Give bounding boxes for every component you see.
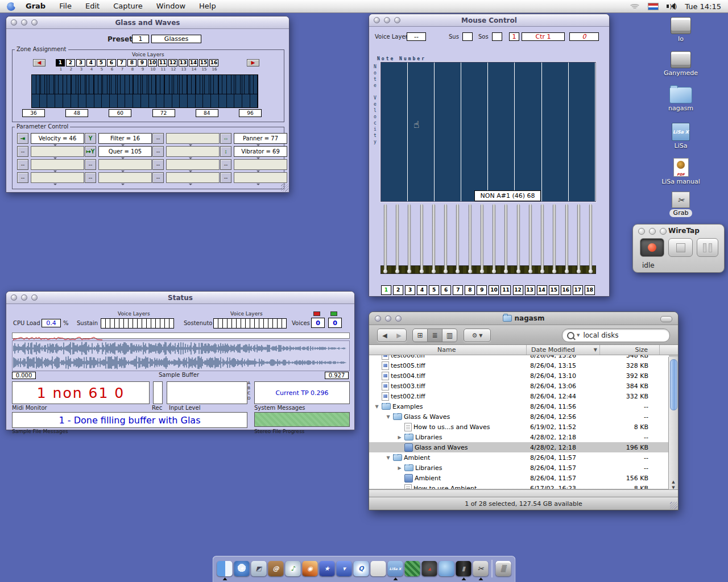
back-forward-buttons[interactable]: ◀ ▶ [377,329,407,342]
empty-slot-icon[interactable]: -- [220,159,231,170]
zoom-button[interactable] [31,19,38,26]
apple-menu-icon[interactable] [7,2,15,11]
filter-icon[interactable]: Y [85,133,96,144]
search-field[interactable]: ▼ [562,329,670,342]
disclosure-open-icon[interactable]: ▼ [374,404,380,409]
minimize-button[interactable] [21,19,27,26]
vibrato-icon[interactable]: ↕ [220,146,231,157]
param-field[interactable]: Filter = 16 [98,133,152,144]
table-row[interactable]: How to us...s and Waves6/19/02, 11:528 K… [369,422,669,432]
dock-item-lisa[interactable]: LiSa X [388,561,403,576]
mouse-titlebar[interactable]: Mouse Control [369,14,609,27]
desktop-icon-ganymede[interactable]: Ganymede [657,51,705,77]
param-field[interactable] [166,159,220,170]
voice-layer-button-14[interactable]: 14 [189,59,198,66]
voice-layer-button-4[interactable]: 4 [86,59,96,66]
empty-slot-icon[interactable]: -- [17,146,28,157]
zoom-button[interactable] [394,17,400,23]
controller-name-field[interactable]: Ctr 1 [522,32,565,41]
volume-icon[interactable]: ))) [667,3,677,10]
table-row[interactable]: test003.tiff8/26/04, 13:06384 KB [369,381,669,391]
voice-layer-button-15[interactable]: 15 [199,59,208,66]
dock-item-compass[interactable]: ▴ [422,561,437,576]
menu-help[interactable]: Help [192,0,223,13]
empty-slot-icon[interactable]: -- [152,146,164,157]
list-view-button[interactable]: ≣ [428,329,442,342]
dock-item-itunes[interactable]: ♪ [286,561,301,576]
voice-layer-button-13[interactable]: 13 [179,59,188,66]
stop-button[interactable] [668,238,693,257]
dock-item-trash[interactable]: ▒ [496,561,511,576]
vertical-slider-9[interactable] [481,204,483,271]
vertical-slider-12[interactable] [517,204,520,271]
param-field[interactable] [166,146,220,157]
voice-layer-button-1[interactable]: 1 [56,59,65,66]
voice-layer-button-10[interactable]: 10 [148,59,157,66]
glass-titlebar[interactable]: Glass and Waves [6,16,289,29]
vertical-slider-2[interactable] [396,204,399,271]
dock-item-wiretap[interactable]: ▮ [456,561,471,576]
vertical-slider-14[interactable] [541,204,544,271]
column-header-date[interactable]: Date Modified ▼ [527,345,600,355]
keyboard-zone-display[interactable] [31,74,258,108]
resize-grip[interactable] [670,502,677,509]
back-icon[interactable]: ◀ [378,332,392,339]
close-button[interactable] [11,294,17,301]
empty-slot-icon[interactable]: -- [152,172,164,183]
panner-icon[interactable]: ⇔ [220,133,231,144]
resize-grip[interactable] [281,184,288,192]
empty-slot-icon[interactable]: -- [85,172,96,183]
voice-layer-button-8[interactable]: 8 [127,59,136,66]
disclosure-open-icon[interactable]: ▼ [385,414,391,419]
column-header-name[interactable]: Name [369,345,527,355]
vertical-slider-8[interactable] [469,204,471,271]
menu-capture[interactable]: Capture [106,0,150,13]
table-row[interactable]: ▶Libraries4/28/02, 12:18-- [369,432,669,442]
voice-layer-button-12[interactable]: 12 [168,59,177,66]
zone-right-arrow-button[interactable]: ▶ [247,59,259,66]
close-button[interactable] [638,228,645,235]
vertical-slider-1[interactable] [384,204,387,271]
controller-value-field[interactable]: 0 [569,32,599,41]
param-dropdown-icon[interactable] [257,184,260,187]
dock-item-system[interactable] [371,561,386,576]
zone-left-arrow-button[interactable]: ◀ [33,59,46,66]
minimize-button[interactable] [21,294,27,301]
voice-layer-button-3[interactable]: 3 [76,59,85,66]
param-field[interactable] [31,172,84,183]
velocity-icon[interactable]: ⇥ [17,133,28,144]
dock-item-iphoto[interactable]: ◉ [303,561,318,576]
table-row[interactable]: Ambient8/26/04, 11:57156 KB [369,473,669,483]
disclosure-closed-icon[interactable]: ▶ [396,435,403,440]
empty-slot-icon[interactable]: -- [152,133,164,144]
dock-item-toast[interactable] [439,561,454,576]
dock-item-safari[interactable]: ✦ [234,561,250,576]
vertical-slider-16[interactable] [565,204,568,271]
zoom-button[interactable] [660,228,667,235]
dock-item-quicktime[interactable]: Q [354,561,369,576]
menu-edit[interactable]: Edit [78,0,106,13]
vertical-slider-17[interactable] [577,204,580,271]
table-row[interactable]: ▼Examples8/26/04, 11:56-- [369,401,669,411]
voice-layer-field[interactable]: -- [407,32,426,41]
param-field[interactable] [234,159,287,170]
vertical-slider-13[interactable] [529,204,532,271]
dock-item-aquarium[interactable] [405,561,420,576]
param-field[interactable] [234,172,287,183]
empty-slot-icon[interactable]: -- [85,159,96,170]
param-field[interactable]: Quer = 105 [98,146,152,157]
toolbar-toggle-button[interactable] [660,316,672,322]
vertical-slider-18[interactable] [589,204,592,271]
empty-slot-icon[interactable]: -- [17,172,28,183]
close-button[interactable] [374,17,380,23]
voice-layer-button-9[interactable]: 9 [138,59,147,66]
table-row[interactable]: test005.tiff8/26/04, 13:15328 KB [369,360,669,371]
preset-name-field[interactable]: Glasses [151,35,201,43]
voice-layer-button-5[interactable]: 5 [97,59,106,66]
param-dropdown-icon[interactable] [189,184,192,187]
close-button[interactable] [11,19,17,26]
dock-item-address-book[interactable]: @ [268,561,284,576]
param-field[interactable] [98,159,152,170]
horizontal-scrollbar[interactable] [369,489,678,497]
desktop-icon-grab[interactable]: ✂Grab [657,192,705,217]
